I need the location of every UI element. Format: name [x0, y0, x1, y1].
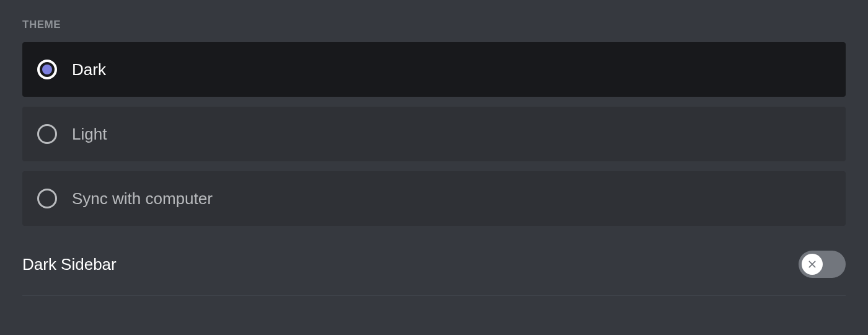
dark-sidebar-toggle[interactable] — [799, 251, 846, 278]
toggle-knob — [802, 254, 823, 275]
theme-option-sync-label: Sync with computer — [72, 189, 213, 208]
close-icon — [806, 258, 818, 270]
theme-section-header: THEME — [22, 19, 846, 31]
theme-option-light-label: Light — [72, 125, 107, 144]
dark-sidebar-row: Dark Sidebar — [22, 236, 846, 296]
theme-option-sync[interactable]: Sync with computer — [22, 171, 846, 226]
radio-icon — [37, 124, 57, 144]
radio-selected-dot — [42, 65, 52, 74]
theme-option-dark[interactable]: Dark — [22, 42, 846, 97]
theme-option-light[interactable]: Light — [22, 107, 846, 161]
theme-option-dark-label: Dark — [72, 60, 106, 79]
radio-icon — [37, 189, 57, 208]
radio-icon — [37, 60, 57, 79]
dark-sidebar-label: Dark Sidebar — [22, 255, 117, 274]
